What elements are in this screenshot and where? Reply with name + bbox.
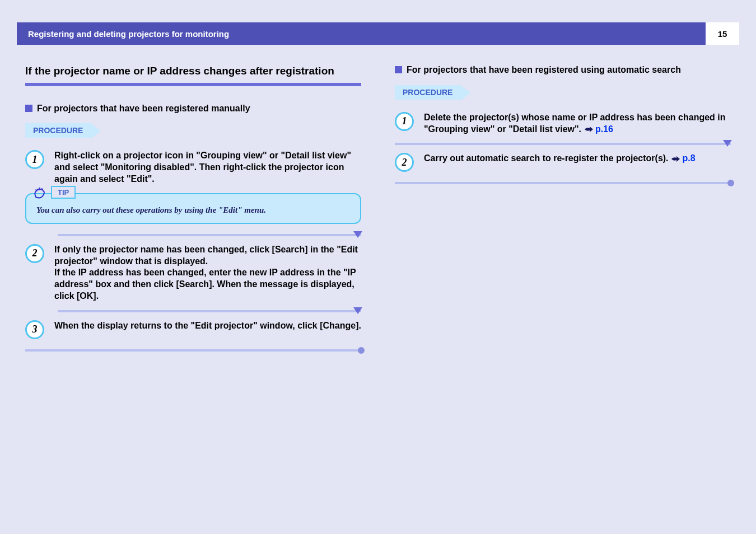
step-2: 2 If only the projector name has been ch… (25, 244, 361, 302)
step-divider (58, 310, 361, 312)
tip-label: TIP (51, 186, 76, 199)
step-text-r2: Carry out automatic search to re-registe… (424, 153, 696, 172)
step-number-1: 1 (25, 150, 44, 169)
left-column: If the projector name or IP address chan… (25, 64, 361, 352)
tip-box: TIP You can also carry out these operati… (25, 193, 361, 224)
step-number-3: 3 (25, 320, 44, 339)
subsection-manual: For projectors that have been registered… (25, 103, 361, 115)
step-text-r2-before: Carry out automatic search to re-registe… (424, 153, 671, 163)
tip-header: TIP (31, 184, 76, 201)
right-column: For projectors that have been registered… (395, 64, 731, 352)
subsection-title-auto: For projectors that have been registered… (407, 64, 681, 76)
subsection-title-manual: For projectors that have been registered… (37, 103, 250, 115)
step-text-1: Right-click on a projector icon in "Grou… (54, 150, 361, 185)
page-title: Registering and deleting projectors for … (17, 22, 706, 45)
end-divider (395, 182, 731, 184)
step-text-r1-before: Delete the projector(s) whose name or IP… (424, 113, 726, 134)
step-1: 1 Right-click on a projector icon in "Gr… (25, 150, 361, 185)
step-divider (58, 234, 361, 236)
procedure-label: PROCEDURE (25, 123, 91, 138)
end-divider (25, 349, 361, 352)
page-link-16[interactable]: p.16 (595, 124, 613, 134)
title-underline (25, 83, 361, 86)
header-bar: Registering and deleting projectors for … (17, 22, 739, 45)
step-divider (395, 143, 731, 145)
subsection-auto: For projectors that have been registered… (395, 64, 731, 76)
hand-icon (31, 184, 48, 201)
tip-text: You can also carry out these operations … (36, 205, 350, 215)
page-number: 15 (706, 22, 739, 45)
step-3: 3 When the display returns to the "Edit … (25, 320, 361, 339)
bullet-icon (395, 66, 402, 73)
step-number-r2: 2 (395, 153, 414, 172)
bullet-icon (25, 105, 32, 112)
step-text-r1: Delete the projector(s) whose name or IP… (424, 112, 731, 135)
step-text-3: When the display returns to the "Edit pr… (54, 320, 361, 339)
section-title: If the projector name or IP address chan… (25, 64, 361, 78)
right-step-1: 1 Delete the projector(s) whose name or … (395, 112, 731, 135)
step-number-2: 2 (25, 244, 44, 263)
step-number-r1: 1 (395, 112, 414, 131)
pointer-icon (671, 153, 680, 158)
right-step-2: 2 Carry out automatic search to re-regis… (395, 153, 731, 172)
procedure-label-right: PROCEDURE (395, 85, 460, 100)
pointer-icon (584, 124, 593, 129)
page-link-8[interactable]: p.8 (682, 153, 695, 163)
step-text-2: If only the projector name has been chan… (54, 244, 361, 302)
content: If the projector name or IP address chan… (0, 45, 756, 352)
